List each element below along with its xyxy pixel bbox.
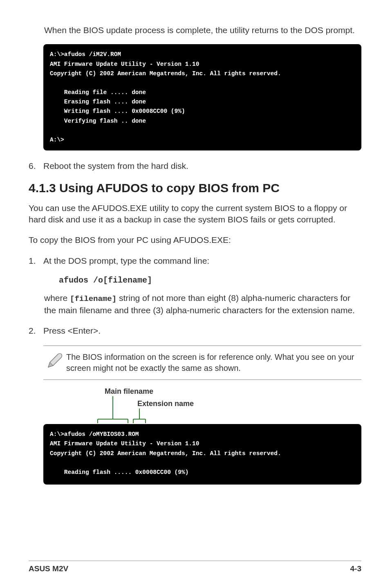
step-2-text: Press <Enter>.	[43, 325, 360, 337]
term1-l1: A:\>afudos /iM2V.ROM	[50, 51, 121, 58]
term2-l3: Copyright (C) 2002 American Megatrends, …	[50, 450, 281, 457]
note-text: The BIOS information on the screen is fo…	[66, 352, 361, 374]
step-6-number: 6.	[29, 160, 43, 172]
step-2-number: 2.	[29, 325, 43, 337]
term2-l1: A:\>afudos /oMYBIOS03.ROM	[50, 431, 139, 438]
intro-paragraph: When the BIOS update process is complete…	[44, 25, 361, 36]
step-1-number: 1.	[29, 255, 43, 267]
where-pre: where	[44, 293, 70, 303]
terminal-output-1: A:\>afudos /iM2V.ROM AMI Firmware Update…	[43, 44, 361, 150]
term1-l6: Writing flash .... 0x0008CC00 (9%)	[50, 108, 185, 114]
note-block: The BIOS information on the screen is fo…	[43, 346, 361, 380]
filename-labels: Main filename Extension name	[43, 387, 361, 424]
term1-l7: Verifying flash .. done	[50, 118, 146, 124]
step-2: 2.Press <Enter>.	[29, 325, 361, 337]
step-6-text: Reboot the system from the hard disk.	[43, 160, 360, 172]
term1-l4: Reading file ..... done	[50, 89, 146, 96]
where-code: [filename]	[70, 294, 117, 303]
paragraph-1: You can use the AFUDOS.EXE utility to co…	[29, 202, 361, 226]
term1-l3: Copyright (C) 2002 American Megatrends, …	[50, 70, 281, 77]
section-heading: 4.1.3 Using AFUDOS to copy BIOS from PC	[29, 181, 361, 195]
page-footer: ASUS M2V 4-3	[29, 561, 361, 573]
footer-right: 4-3	[350, 564, 361, 573]
term2-l4: Reading flash ..... 0x0008CC00 (9%)	[50, 469, 188, 476]
term1-l5: Erasing flash .... done	[50, 99, 146, 105]
term1-l2: AMI Firmware Update Utility - Version 1.…	[50, 61, 199, 67]
terminal-output-2: A:\>afudos /oMYBIOS03.ROM AMI Firmware U…	[43, 424, 361, 485]
where-paragraph: where [filename] string of not more than…	[44, 292, 361, 316]
command-line: afudos /o[filename]	[59, 276, 361, 285]
footer-left: ASUS M2V	[29, 564, 68, 573]
pencil-icon	[43, 352, 66, 370]
term1-l8: A:\>	[50, 137, 64, 143]
step-1: 1.At the DOS prompt, type the command li…	[29, 255, 361, 267]
step-1-text: At the DOS prompt, type the command line…	[43, 255, 360, 267]
paragraph-2: To copy the BIOS from your PC using AFUD…	[29, 234, 361, 246]
term2-l2: AMI Firmware Update Utility - Version 1.…	[50, 440, 199, 447]
step-6: 6.Reboot the system from the hard disk.	[29, 160, 361, 172]
